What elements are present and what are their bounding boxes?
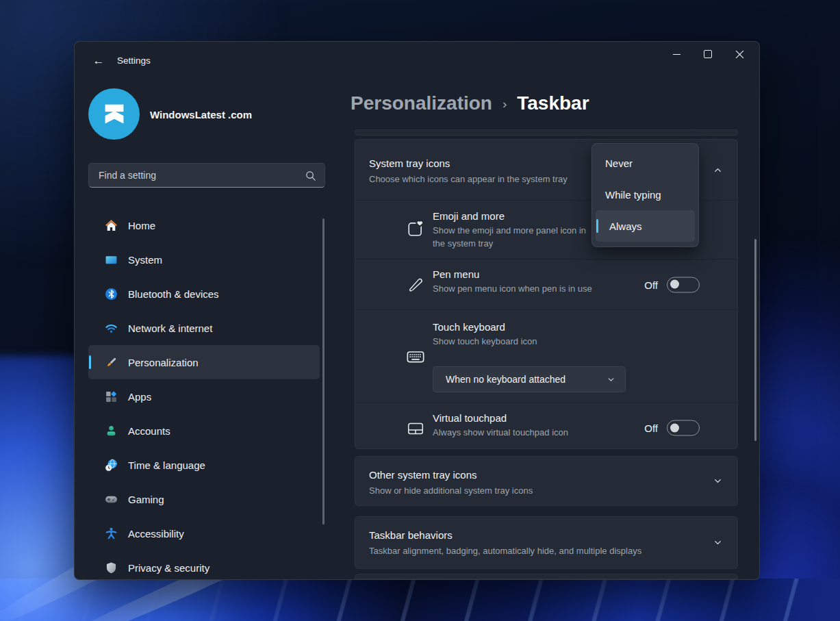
breadcrumb: Personalization › Taskbar	[351, 92, 589, 114]
setting-subtitle: Taskbar alignment, badging, automaticall…	[369, 546, 641, 556]
apps-icon	[104, 390, 118, 403]
back-arrow-icon: ←	[93, 54, 105, 68]
virtual-touchpad-toggle[interactable]	[667, 420, 700, 436]
virtual-touchpad-toggle-wrap: Off	[644, 420, 700, 436]
sidebar-item-label: Network & internet	[128, 322, 212, 334]
pen-menu-toggle[interactable]	[667, 277, 700, 292]
selected-indicator	[89, 355, 91, 369]
breadcrumb-parent[interactable]: Personalization	[351, 92, 492, 114]
dropdown-value: When no keyboard attached	[446, 374, 607, 385]
personalization-icon	[104, 355, 118, 369]
setting-text: Emoji and more Show the emoji and more p…	[433, 210, 597, 251]
setting-title: Other system tray icons	[369, 469, 477, 481]
desktop: ← Settings WindowsLatest .com	[0, 0, 840, 621]
avatar[interactable]	[88, 88, 140, 140]
setting-subtitle: Show pen menu icon when pen is in use	[433, 283, 592, 296]
minimize-icon	[673, 54, 680, 55]
flyout-option-label: Never	[605, 157, 633, 169]
sidebar-item-time-language[interactable]: Time & language	[88, 448, 320, 482]
flyout-option-label: Always	[609, 220, 642, 232]
sidebar-item-label: Accounts	[128, 425, 170, 437]
maximize-button[interactable]	[692, 42, 724, 66]
setting-title: Touch keyboard	[433, 321, 537, 333]
sidebar-item-network[interactable]: Network & internet	[88, 311, 320, 345]
chevron-down-icon	[607, 375, 615, 384]
sidebar-item-label: System	[128, 254, 162, 266]
sidebar-item-label: Time & language	[128, 459, 205, 471]
expand-button[interactable]	[706, 533, 729, 553]
sidebar-item-label: Gaming	[128, 494, 164, 505]
sidebar: Home System Bluetooth & devices Network …	[88, 208, 320, 580]
close-button[interactable]	[724, 42, 755, 66]
setting-text: Touch keyboard Show touch keyboard icon	[433, 321, 537, 348]
page-title: Taskbar	[517, 92, 589, 114]
setting-subtitle: Show touch keyboard icon	[433, 335, 537, 348]
shield-icon	[104, 561, 118, 574]
next-card-sliver	[355, 574, 738, 579]
virtual-touchpad-icon	[406, 420, 425, 438]
window-controls	[661, 42, 755, 66]
setting-text: Pen menu Show pen menu icon when pen is …	[433, 268, 592, 296]
window-title: Settings	[117, 55, 151, 66]
search-icon	[305, 170, 316, 181]
maximize-icon	[704, 50, 712, 58]
time-language-icon	[104, 458, 118, 472]
setting-subtitle: Always show virtual touchpad icon	[433, 427, 568, 440]
sidebar-item-privacy[interactable]: Privacy & security	[88, 550, 320, 580]
touch-keyboard-dropdown[interactable]: When no keyboard attached	[433, 366, 626, 392]
sidebar-item-home[interactable]: Home	[88, 208, 320, 242]
home-icon	[104, 218, 118, 232]
setting-title: Pen menu	[433, 268, 592, 280]
chevron-down-icon	[713, 537, 723, 548]
toggle-knob	[670, 280, 679, 289]
sidebar-item-label: Bluetooth & devices	[128, 288, 219, 300]
sidebar-item-bluetooth[interactable]: Bluetooth & devices	[88, 277, 320, 311]
search-input[interactable]	[97, 169, 305, 181]
emoji-panel-icon	[406, 220, 425, 238]
toggle-knob	[670, 423, 679, 432]
setting-title: System tray icons	[369, 157, 450, 169]
sidebar-item-label: Accessibility	[128, 528, 184, 540]
settings-window: ← Settings WindowsLatest .com	[74, 41, 760, 580]
back-button[interactable]: ←	[88, 51, 109, 71]
sidebar-item-personalization[interactable]: Personalization	[88, 345, 320, 379]
titlebar: ← Settings	[75, 42, 759, 80]
setting-subtitle: Show or hide additional system tray icon…	[369, 485, 533, 496]
sidebar-item-system[interactable]: System	[88, 242, 320, 277]
toggle-state-label: Off	[644, 279, 658, 290]
other-system-tray-icons-card[interactable]: Other system tray icons Show or hide add…	[355, 456, 738, 506]
sidebar-item-accounts[interactable]: Accounts	[88, 414, 320, 448]
expand-button[interactable]	[706, 471, 729, 492]
windowslatest-logo-icon	[99, 99, 130, 130]
minimize-button[interactable]	[661, 42, 692, 66]
chevron-down-icon	[713, 476, 723, 486]
previous-card-sliver	[355, 129, 738, 136]
sidebar-item-apps[interactable]: Apps	[88, 379, 320, 414]
gaming-icon	[104, 492, 118, 506]
flyout-option-while-typing[interactable]: While typing	[592, 179, 698, 210]
setting-title: Virtual touchpad	[433, 412, 568, 424]
sidebar-item-label: Personalization	[128, 357, 199, 368]
taskbar-behaviors-card[interactable]: Taskbar behaviors Taskbar alignment, bad…	[355, 516, 738, 569]
toggle-state-label: Off	[644, 422, 658, 434]
flyout-option-always[interactable]: Always	[596, 210, 695, 242]
content-scrollbar[interactable]	[754, 239, 756, 441]
accounts-icon	[104, 424, 118, 438]
pen-menu-toggle-wrap: Off	[644, 277, 700, 292]
search-box[interactable]	[88, 163, 325, 188]
setting-title: Emoji and more	[433, 210, 597, 222]
sidebar-item-gaming[interactable]: Gaming	[88, 482, 320, 516]
touch-keyboard-icon	[406, 347, 425, 366]
setting-title: Taskbar behaviors	[369, 529, 453, 541]
sidebar-item-accessibility[interactable]: Accessibility	[88, 516, 320, 550]
close-icon	[735, 50, 744, 59]
sidebar-scrollbar[interactable]	[322, 218, 324, 524]
sidebar-item-label: Apps	[128, 391, 151, 403]
collapse-button[interactable]	[706, 160, 729, 180]
system-icon	[104, 253, 118, 266]
flyout-option-never[interactable]: Never	[592, 147, 698, 179]
sidebar-item-label: Privacy & security	[128, 562, 209, 574]
pen-icon	[406, 276, 425, 293]
system-tray-dropdown-flyout: Never While typing Always	[591, 143, 699, 247]
accessibility-icon	[104, 527, 118, 540]
